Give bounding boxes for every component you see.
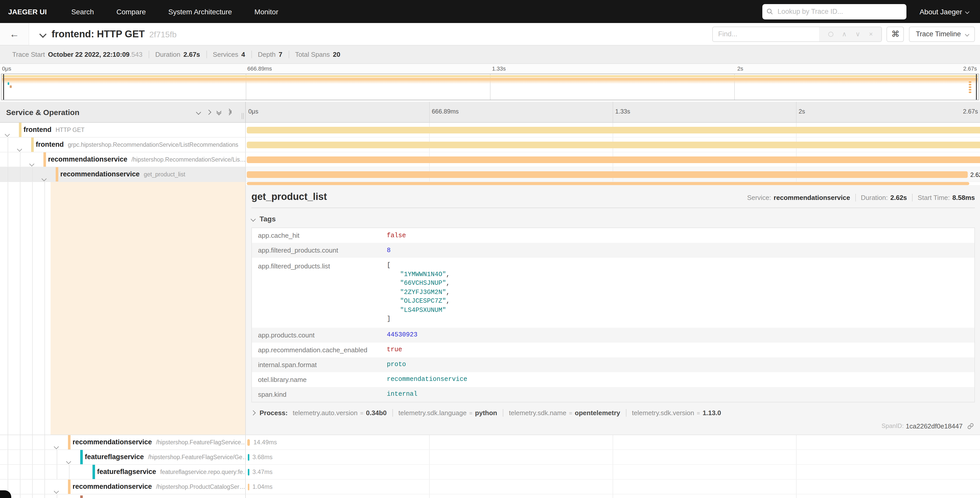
- summary-value: 7: [279, 51, 282, 58]
- indent-guide: [8, 152, 8, 167]
- span-bar[interactable]: [248, 454, 249, 461]
- span-timeline-cell[interactable]: 3.47ms: [246, 465, 980, 480]
- app-brand[interactable]: JAEGER UI: [0, 7, 60, 16]
- span-timeline-cell[interactable]: 3.68ms: [246, 450, 980, 465]
- trace-collapse-chevron-icon[interactable]: [39, 30, 46, 38]
- span-name-cell[interactable]: frontendgrpc.hipstershop.RecommendationS…: [0, 137, 246, 152]
- trace-id-search-input[interactable]: [776, 7, 902, 16]
- summary-label: Total Spans: [295, 51, 330, 58]
- selected-span-bar[interactable]: [247, 182, 969, 185]
- json-comma: ,: [446, 298, 450, 305]
- tag-key: app.cache_hit: [252, 231, 387, 239]
- span-name-cell[interactable]: featureflagservicefeatureflagservice.rep…: [0, 465, 246, 480]
- span-row-frontend-httpget: frontendHTTP GET: [0, 123, 980, 137]
- chevron-down-icon[interactable]: [55, 441, 58, 450]
- chevron-down-icon[interactable]: [6, 128, 9, 137]
- span-timeline-cell[interactable]: [246, 152, 980, 167]
- tag-value: proto: [387, 361, 406, 368]
- span-row-featureflagservice-repo-query: featureflagservicefeatureflagservice.rep…: [0, 465, 980, 480]
- span-row-frontend-grpc: frontendgrpc.hipstershop.RecommendationS…: [0, 137, 980, 152]
- process-key: telemetry.sdk.version: [632, 409, 694, 417]
- service-color-bar: [43, 152, 46, 167]
- column-resize-handle[interactable]: [242, 113, 244, 119]
- span-bar[interactable]: [247, 142, 980, 148]
- trace-title: frontend: HTTP GET2f715fb: [52, 29, 177, 40]
- back-button[interactable]: ←: [0, 23, 29, 45]
- tag-value: 44530923: [387, 331, 417, 338]
- nav-item-search[interactable]: Search: [60, 7, 105, 16]
- minimap-span-mark: [969, 84, 971, 85]
- nav-item-system-architecture[interactable]: System Architecture: [157, 7, 243, 16]
- span-name-cell-selected[interactable]: recommendationserviceget_product_list: [0, 167, 246, 182]
- expand-one-icon[interactable]: [207, 109, 210, 115]
- chevron-down-icon[interactable]: [42, 173, 46, 182]
- span-timeline-cell-selected[interactable]: 2.62s: [246, 167, 980, 182]
- chevron-down-icon[interactable]: [30, 158, 33, 167]
- about-jaeger-menu[interactable]: About Jaeger: [920, 7, 969, 16]
- json-bracket: ]: [387, 315, 450, 324]
- span-timeline-cell[interactable]: [246, 123, 980, 137]
- minimap-left-scrubber[interactable]: [3, 74, 4, 100]
- span-timeline-cell[interactable]: [246, 495, 980, 498]
- indent-guide: [32, 167, 33, 182]
- span-name-cell[interactable]: recommendationservice/hipstershop.Produc…: [0, 480, 246, 495]
- span-timeline-cell[interactable]: 14.49ms: [246, 435, 980, 450]
- summary-total-spans: Total Spans 20: [289, 51, 347, 58]
- indent-guide: [20, 167, 21, 182]
- keyboard-shortcuts-button[interactable]: ⌘: [887, 26, 904, 42]
- span-bar[interactable]: [248, 484, 249, 490]
- tags-section-toggle[interactable]: Tags: [251, 215, 975, 223]
- collapse-all-icon[interactable]: [217, 109, 221, 115]
- minimap-right-scrubber[interactable]: [976, 74, 977, 100]
- minimap-canvas[interactable]: [1, 73, 979, 100]
- process-section-toggle[interactable]: Process: telemetry.auto.version=0.34b0 t…: [251, 409, 975, 417]
- process-value: 1.13.0: [703, 409, 721, 417]
- minimap-span-mark: [969, 91, 971, 93]
- span-bar[interactable]: [247, 127, 980, 134]
- process-key: telemetry.sdk.language: [399, 409, 467, 417]
- chevron-down-icon[interactable]: [55, 485, 58, 495]
- chevron-down-icon[interactable]: [18, 143, 21, 152]
- span-detail-card: get_product_list Service:recommendations…: [246, 185, 980, 434]
- indent-guide: [45, 182, 45, 434]
- span-service: recommendationservice: [60, 170, 140, 178]
- indent-guide: [20, 465, 21, 479]
- span-name-cell[interactable]: frontendHTTP GET: [0, 123, 246, 137]
- span-timeline-cell[interactable]: [246, 137, 980, 152]
- span-bar[interactable]: [248, 469, 249, 476]
- find-clear-icon[interactable]: ×: [869, 30, 873, 38]
- json-list-item: 66VCHSJNUP: [400, 280, 446, 287]
- jaeger-trace-page: JAEGER UI Search Compare System Architec…: [0, 0, 980, 498]
- trace-id-search-box[interactable]: [762, 4, 906, 19]
- collapse-one-icon[interactable]: [197, 109, 200, 115]
- span-bar[interactable]: [247, 156, 980, 163]
- service-color-bar: [68, 480, 70, 494]
- indent-guide: [45, 480, 45, 494]
- indent-guide: [57, 450, 57, 464]
- span-name-cell[interactable]: recommendationservice/hipstershop.Recomm…: [0, 152, 246, 167]
- service-color-bar: [19, 123, 21, 137]
- nav-item-compare[interactable]: Compare: [105, 7, 157, 16]
- back-arrow-icon: ←: [10, 29, 19, 40]
- expand-all-icon[interactable]: [228, 109, 231, 115]
- trace-view-selector[interactable]: Trace Timeline: [909, 26, 975, 42]
- span-name-cell[interactable]: [0, 495, 246, 498]
- indent-guide: [57, 465, 57, 479]
- span-name-cell[interactable]: featureflagservice/hipstershop.FeatureFl…: [0, 450, 246, 465]
- find-input[interactable]: [713, 27, 819, 41]
- focus-scope-icon[interactable]: [828, 32, 833, 37]
- span-service-and-op: featureflagservice/hipstershop.FeatureFl…: [85, 450, 246, 464]
- find-next-icon[interactable]: ∨: [855, 30, 860, 38]
- summary-value: 4: [242, 51, 245, 58]
- copy-link-icon[interactable]: [967, 423, 974, 429]
- span-rows-bottom: recommendationservice/hipstershop.Featur…: [0, 435, 980, 498]
- find-prev-icon[interactable]: ∧: [842, 30, 846, 38]
- span-timeline-cell[interactable]: 1.04ms: [246, 480, 980, 495]
- equals-sign: =: [697, 410, 700, 416]
- span-bar[interactable]: [247, 171, 968, 178]
- nav-item-monitor[interactable]: Monitor: [243, 7, 290, 16]
- chevron-down-icon[interactable]: [67, 456, 70, 465]
- span-service: featureflagservice: [97, 468, 156, 476]
- span-name-cell[interactable]: recommendationservice/hipstershop.Featur…: [0, 435, 246, 450]
- span-bar[interactable]: [247, 439, 250, 446]
